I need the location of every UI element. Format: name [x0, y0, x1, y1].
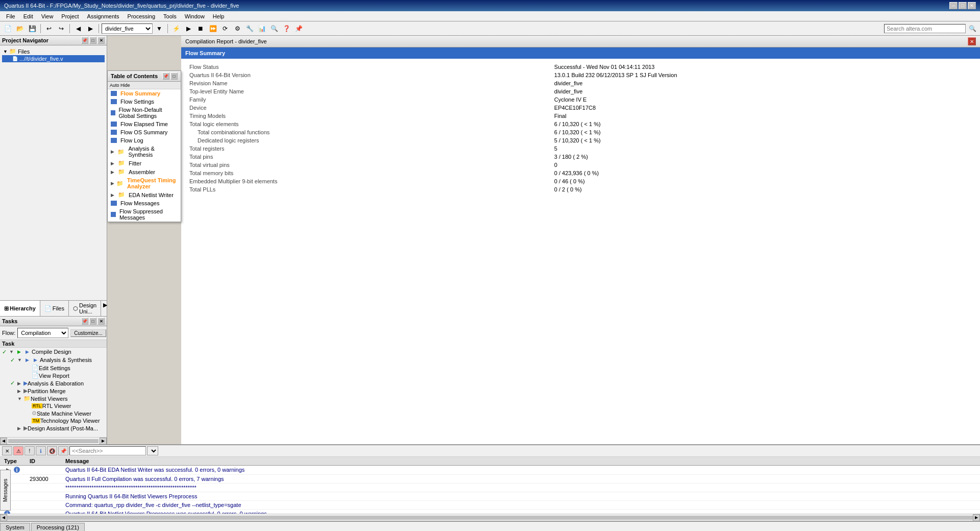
tool6-button[interactable]: ❓	[281, 23, 292, 34]
toc-item-eda[interactable]: ▶ 📁 EDA Netlist Writer	[108, 190, 181, 199]
flow-dropdown[interactable]: Compilation	[17, 328, 68, 338]
tasks-close-icon[interactable]: ✕	[97, 318, 105, 325]
toc-item-flow-non-default[interactable]: Flow Non-Default Global Settings	[108, 106, 181, 120]
toc-item-flow-elapsed[interactable]: Flow Elapsed Time	[108, 120, 181, 128]
tasks-restore-icon[interactable]: □	[89, 318, 96, 325]
msg-extra-btn[interactable]: 📌	[58, 446, 68, 455]
search-input[interactable]	[884, 24, 966, 33]
msg-scroll-right[interactable]: ▶	[973, 514, 980, 521]
dropdown-arrow[interactable]: ▼	[154, 23, 165, 34]
task-design-assistant[interactable]: ▶ ▶ Design Assistant (Post-Ma...	[0, 424, 107, 432]
menu-edit[interactable]: Edit	[19, 12, 37, 20]
menu-tools[interactable]: Tools	[159, 12, 181, 20]
elab-expand-icon[interactable]: ▶	[17, 381, 23, 386]
forward-button[interactable]: ▶	[85, 23, 96, 34]
tool1-button[interactable]: ⟳	[219, 23, 231, 34]
message-search-input[interactable]	[69, 446, 146, 455]
msg-scroll-left[interactable]: ◀	[0, 514, 7, 521]
scroll-left-btn[interactable]: ◀	[0, 438, 7, 445]
toc-expand-3[interactable]: ▶	[111, 170, 116, 175]
tab-system[interactable]: System	[0, 523, 30, 531]
toc-pin-icon[interactable]: 📌	[162, 73, 169, 80]
tasks-scrollbar[interactable]: ◀ ▶	[0, 437, 107, 444]
toc-item-flow-messages[interactable]: Flow Messages	[108, 199, 181, 207]
toc-expand-1[interactable]: ▶	[111, 149, 115, 154]
task-rtl-viewer[interactable]: RTL RTL Viewer	[0, 402, 107, 409]
scroll-track[interactable]	[8, 439, 99, 443]
menu-view[interactable]: View	[37, 12, 58, 20]
tab-design-units[interactable]: ⬡ Design Uni...	[69, 301, 101, 316]
menu-window[interactable]: Window	[181, 12, 209, 20]
toc-item-assembler[interactable]: ▶ 📁 Assembler	[108, 167, 181, 176]
undo-button[interactable]: ↩	[43, 23, 55, 34]
partition-expand[interactable]: ▶	[17, 389, 23, 394]
toc-item-timequest[interactable]: ▶ 📁 TimeQuest Timing Analyzer	[108, 176, 181, 190]
tool7-button[interactable]: 📌	[293, 23, 304, 34]
toc-item-flow-log[interactable]: Flow Log	[108, 136, 181, 144]
menu-file[interactable]: File	[2, 12, 19, 20]
task-state-machine-viewer[interactable]: ⚙ State Machine Viewer	[0, 409, 107, 417]
tab-processing[interactable]: Processing (121)	[31, 523, 85, 531]
toc-expand-2[interactable]: ▶	[111, 161, 116, 166]
toc-item-fitter[interactable]: ▶ 📁 Fitter	[108, 159, 181, 167]
toc-restore-icon[interactable]: □	[170, 73, 178, 80]
auto-hide-label[interactable]: Auto Hide	[108, 82, 181, 89]
compile-button[interactable]: ⚡	[170, 23, 182, 34]
toc-expand-5[interactable]: ▶	[111, 192, 116, 198]
compile-expand-icon[interactable]: ▼	[9, 349, 15, 354]
message-scrollbar[interactable]: ◀ ▶	[0, 514, 980, 521]
scroll-right-btn[interactable]: ▶	[100, 438, 107, 445]
menu-help[interactable]: Help	[209, 12, 229, 20]
panel-restore-icon[interactable]: □	[89, 37, 96, 44]
da-expand[interactable]: ▶	[17, 426, 23, 431]
msg-close-btn[interactable]: ✕	[2, 446, 12, 455]
msg-scroll-track[interactable]	[7, 516, 973, 520]
toc-item-analysis-synthesis[interactable]: ▶ 📁 Analysis & Synthesis	[108, 144, 181, 159]
search-go-button[interactable]: 🔍	[967, 23, 978, 34]
close-button[interactable]: ✕	[968, 2, 976, 9]
toc-expand-4[interactable]: ▶	[111, 181, 114, 186]
save-button[interactable]: 💾	[27, 23, 38, 34]
messages-side-tab[interactable]: Messages	[0, 470, 11, 511]
project-dropdown[interactable]: divider_five	[102, 23, 153, 34]
step-button[interactable]: ⏩	[207, 23, 218, 34]
tab-hierarchy[interactable]: ⊞ Hierarchy	[0, 301, 40, 316]
task-compile-design[interactable]: ✓ ▼ ▶ ▶ Compile Design	[0, 348, 107, 356]
new-button[interactable]: 📄	[2, 23, 13, 34]
task-analysis-elaboration[interactable]: ✓ ▶ ▶ Analysis & Elaboration	[0, 379, 107, 387]
tab-files[interactable]: 📄 Files	[40, 301, 69, 316]
tool3-button[interactable]: 🔧	[244, 23, 255, 34]
task-analysis-synthesis[interactable]: ✓ ▼ ▶ ▶ Analysis & Synthesis	[0, 356, 107, 364]
task-tech-map-viewer[interactable]: TM Technology Map Viewer	[0, 417, 107, 424]
toc-item-flow-settings[interactable]: Flow Settings	[108, 98, 181, 106]
netlist-expand[interactable]: ▼	[17, 396, 23, 401]
menu-assignments[interactable]: Assignments	[83, 12, 124, 20]
tree-item-files[interactable]: ▼ 📁 Files	[2, 47, 105, 55]
task-netlist-viewers[interactable]: ▼ 📁 Netlist Viewers	[0, 395, 107, 402]
toc-item-flow-suppressed[interactable]: Flow Suppressed Messages	[108, 207, 181, 222]
analysis-expand-icon[interactable]: ▼	[17, 357, 23, 363]
report-close-button[interactable]: ✕	[968, 37, 976, 45]
toc-item-flow-summary[interactable]: Flow Summary	[108, 89, 181, 98]
tool5-button[interactable]: 🔍	[268, 23, 280, 34]
maximize-button[interactable]: □	[959, 2, 967, 9]
redo-button[interactable]: ↪	[56, 23, 67, 34]
menu-project[interactable]: Project	[57, 12, 83, 20]
panel-close-icon[interactable]: ✕	[97, 37, 105, 44]
task-edit-settings[interactable]: 📄 Edit Settings	[0, 364, 107, 372]
back-button[interactable]: ◀	[72, 23, 84, 34]
msg-suppress-btn[interactable]: 🔇	[47, 446, 57, 455]
left-tabs-right-arrow[interactable]: ▶	[101, 301, 109, 316]
msg-error-filter[interactable]: ⚠	[13, 446, 23, 455]
open-button[interactable]: 📂	[14, 23, 26, 34]
tasks-pin-icon[interactable]: 📌	[81, 318, 88, 325]
minimize-button[interactable]: ─	[949, 2, 958, 9]
stop-button[interactable]: ⏹	[195, 23, 206, 34]
msg-warn-filter[interactable]: !	[24, 446, 35, 455]
customize-button[interactable]: Customize...	[70, 329, 106, 337]
message-filter-dropdown[interactable]	[147, 446, 158, 455]
panel-pin-icon[interactable]: 📌	[81, 37, 88, 44]
tool2-button[interactable]: ⚙	[232, 23, 243, 34]
toc-item-flow-os[interactable]: Flow OS Summary	[108, 128, 181, 136]
task-view-report[interactable]: 📄 View Report	[0, 372, 107, 379]
